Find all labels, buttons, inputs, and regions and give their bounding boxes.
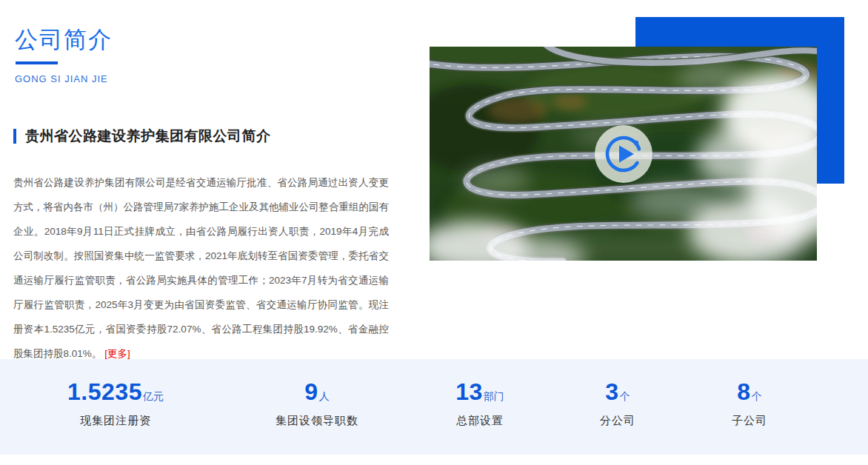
stat-value-row: 3个 bbox=[600, 378, 635, 406]
stat-label: 分公司 bbox=[600, 414, 635, 428]
stat-headquarters-departments: 13部门 总部设置 bbox=[455, 378, 504, 428]
stat-value-row: 13部门 bbox=[455, 378, 504, 406]
company-intro-paragraph: 贵州省公路建设养护集团有限公司是经省交通运输厅批准、省公路局通过出资人变更方式，… bbox=[13, 170, 389, 366]
stat-label: 子公司 bbox=[732, 414, 767, 428]
stat-value: 9 bbox=[304, 378, 318, 405]
stat-value-row: 9人 bbox=[276, 378, 358, 406]
stat-value: 3 bbox=[605, 378, 618, 405]
stat-value-row: 8个 bbox=[732, 378, 767, 406]
stats-bar: 1.5235亿元 现集团注册资 9人 集团设领导职数 13部门 总部设置 3个 … bbox=[0, 359, 868, 455]
stat-value: 13 bbox=[455, 378, 483, 405]
play-icon bbox=[595, 125, 652, 183]
company-video-thumbnail[interactable] bbox=[430, 47, 817, 261]
stat-registered-capital: 1.5235亿元 现集团注册资 bbox=[67, 378, 164, 428]
intro-text: 贵州省公路建设养护集团有限公司是经省交通运输厅批准、省公路局通过出资人变更方式，… bbox=[13, 177, 389, 359]
section-heading-row: 贵州省公路建设养护集团有限公司简介 bbox=[13, 127, 271, 146]
stat-label: 集团设领导职数 bbox=[276, 414, 358, 428]
stat-branch-companies: 3个 分公司 bbox=[600, 378, 635, 428]
stat-value-row: 1.5235亿元 bbox=[67, 378, 164, 406]
more-link[interactable]: [更多] bbox=[104, 348, 130, 359]
section-heading: 贵州省公路建设养护集团有限公司简介 bbox=[25, 127, 271, 146]
stat-unit: 个 bbox=[620, 390, 630, 402]
stat-value: 8 bbox=[737, 378, 750, 405]
stat-leadership-positions: 9人 集团设领导职数 bbox=[276, 378, 358, 428]
play-button[interactable] bbox=[595, 125, 652, 183]
stat-unit: 亿元 bbox=[143, 390, 164, 402]
heading-accent-bar bbox=[13, 129, 16, 144]
stat-subsidiaries: 8个 子公司 bbox=[732, 378, 767, 428]
stat-label: 现集团注册资 bbox=[67, 414, 164, 428]
stat-value: 1.5235 bbox=[67, 378, 142, 405]
stat-unit: 个 bbox=[752, 390, 762, 402]
title-underline bbox=[16, 61, 58, 64]
company-intro-page: 公司简介 GONG SI JIAN JIE 贵州省公路建设养护集团有限公司简介 … bbox=[0, 0, 868, 465]
stat-unit: 部门 bbox=[484, 390, 504, 402]
stat-unit: 人 bbox=[319, 390, 330, 402]
stat-label: 总部设置 bbox=[455, 414, 504, 428]
page-title: 公司简介 bbox=[15, 24, 113, 56]
page-subtitle-pinyin: GONG SI JIAN JIE bbox=[15, 73, 108, 84]
